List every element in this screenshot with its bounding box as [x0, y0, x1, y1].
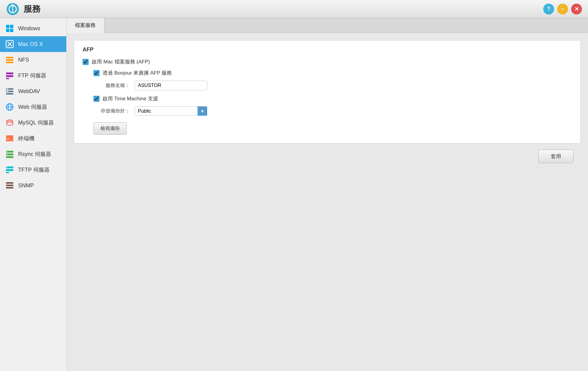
sidebar-item-label-mysql: MySQL 伺服器	[18, 119, 54, 126]
sidebar-item-web[interactable]: Web 伺服器	[0, 99, 66, 115]
app-title: 服務	[24, 3, 543, 15]
svg-rect-15	[6, 75, 13, 77]
sidebar-item-label-web: Web 伺服器	[18, 103, 47, 111]
windows-icon	[5, 24, 15, 33]
svg-rect-31	[7, 154, 8, 155]
svg-rect-5	[10, 25, 13, 28]
svg-rect-20	[7, 89, 8, 89]
enable-afp-row: 啟用 Mac 檔案服務 (AFP)	[83, 58, 572, 65]
sidebar-item-mysql[interactable]: MySQL 伺服器	[0, 115, 66, 131]
time-machine-checkbox[interactable]	[93, 96, 100, 102]
afp-section: AFP 啟用 Mac 檔案服務 (AFP) 透過 Bonjour 來廣播 AFP…	[74, 40, 581, 144]
svg-rect-11	[6, 57, 13, 58]
sidebar-item-webdav[interactable]: WebDAV	[0, 83, 66, 99]
svg-rect-13	[6, 62, 13, 63]
titlebar: 服務 ? – ✕	[0, 0, 588, 18]
bottom-bar: 套用	[74, 144, 581, 169]
time-machine-row: 啟用 Time Machine 支援	[93, 95, 572, 102]
sidebar-item-terminal[interactable]: >_ 終端機	[0, 131, 66, 146]
sidebar-item-label-nfs: NFS	[18, 57, 29, 63]
service-name-label: 服務名稱：	[93, 82, 130, 89]
snmp-icon	[5, 181, 15, 190]
tab-file-service[interactable]: 檔案服務	[67, 18, 104, 33]
sidebar-item-ftp[interactable]: FTP 伺服器	[0, 68, 66, 83]
tftp-icon	[5, 165, 15, 175]
svg-rect-19	[6, 93, 13, 95]
sidebar-item-windows[interactable]: Windows	[0, 21, 66, 36]
svg-rect-36	[6, 182, 13, 184]
sidebar: Windows Mac OS X NFS	[0, 18, 67, 371]
backup-location-select-wrap: Public Volume1 Volume2 ▼	[135, 106, 207, 116]
svg-rect-35	[7, 167, 8, 168]
macosx-icon	[5, 39, 15, 49]
terminal-icon: >_	[5, 134, 15, 143]
sidebar-item-macosx[interactable]: Mac OS X	[0, 36, 66, 52]
tab-bar: 檔案服務	[67, 18, 588, 33]
sidebar-item-label-rsync: Rsync 伺服器	[18, 150, 51, 158]
main-panel: AFP 啟用 Mac 檔案服務 (AFP) 透過 Bonjour 來廣播 AFP…	[67, 33, 588, 371]
svg-rect-6	[6, 29, 9, 32]
sidebar-item-rsync[interactable]: Rsync 伺服器	[0, 146, 66, 162]
web-icon	[5, 102, 15, 112]
service-name-row: 服務名稱：	[93, 81, 572, 90]
svg-rect-29	[6, 156, 13, 158]
view-backup-button[interactable]: 檢視備份	[93, 122, 127, 135]
svg-rect-33	[6, 169, 13, 171]
svg-rect-14	[6, 73, 13, 74]
svg-rect-21	[7, 91, 8, 92]
svg-rect-38	[6, 187, 13, 189]
svg-rect-16	[6, 78, 9, 79]
svg-rect-7	[10, 29, 13, 32]
bonjour-checkbox[interactable]	[93, 70, 100, 76]
sidebar-item-label-webdav: WebDAV	[18, 88, 40, 95]
backup-location-label: 存放備份於：	[93, 108, 130, 114]
help-button[interactable]: ?	[543, 4, 554, 15]
svg-rect-30	[7, 151, 8, 152]
mysql-icon	[5, 118, 15, 127]
afp-sub-section: 透過 Bonjour 來廣播 AFP 服務 服務名稱： 啟用 Time Mach…	[93, 69, 572, 116]
svg-rect-34	[6, 172, 9, 173]
sidebar-item-nfs[interactable]: NFS	[0, 52, 66, 68]
sidebar-item-label-tftp: TFTP 伺服器	[18, 166, 50, 173]
svg-rect-12	[6, 59, 13, 61]
webdav-icon	[5, 86, 15, 96]
content-area: 檔案服務 AFP 啟用 Mac 檔案服務 (AFP) 透過 Bonjour 來廣…	[67, 18, 588, 371]
service-name-input[interactable]	[135, 81, 207, 90]
sidebar-item-label-snmp: SNMP	[18, 182, 34, 189]
bonjour-label[interactable]: 透過 Bonjour 來廣播 AFP 服務	[103, 69, 172, 76]
sidebar-item-snmp[interactable]: SNMP	[0, 178, 66, 193]
sidebar-item-label-terminal: 終端機	[18, 135, 34, 142]
svg-rect-37	[6, 185, 13, 186]
apply-button[interactable]: 套用	[538, 150, 573, 163]
sidebar-item-label-ftp: FTP 伺服器	[18, 72, 46, 79]
window-controls: ? – ✕	[543, 4, 582, 15]
sidebar-item-label-macosx: Mac OS X	[18, 41, 43, 47]
afp-section-title: AFP	[83, 47, 572, 53]
close-button[interactable]: ✕	[571, 4, 582, 15]
backup-location-select[interactable]: Public Volume1 Volume2	[135, 106, 207, 116]
nfs-icon	[5, 55, 15, 65]
rsync-icon	[5, 149, 15, 159]
backup-location-row: 存放備份於： Public Volume1 Volume2 ▼	[93, 106, 572, 116]
sidebar-item-tftp[interactable]: TFTP 伺服器	[0, 162, 66, 178]
sidebar-item-label-windows: Windows	[18, 25, 40, 32]
enable-afp-checkbox[interactable]	[83, 59, 89, 65]
time-machine-label[interactable]: 啟用 Time Machine 支援	[103, 95, 158, 102]
svg-text:>_: >_	[7, 136, 12, 141]
svg-rect-4	[6, 25, 9, 28]
enable-afp-label[interactable]: 啟用 Mac 檔案服務 (AFP)	[92, 58, 150, 65]
app-logo	[6, 2, 19, 16]
svg-point-2	[11, 4, 14, 7]
main-container: Windows Mac OS X NFS	[0, 18, 588, 371]
bonjour-row: 透過 Bonjour 來廣播 AFP 服務	[93, 69, 572, 76]
ftp-icon	[5, 71, 15, 80]
minimize-button[interactable]: –	[557, 4, 568, 15]
